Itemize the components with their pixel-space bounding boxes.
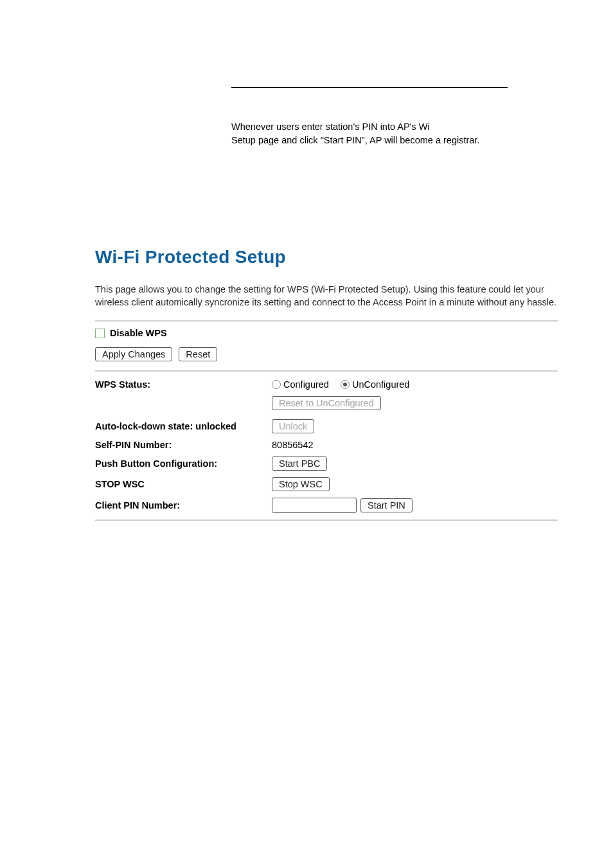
client-pin-label: Client PIN Number: bbox=[95, 500, 272, 511]
upper-divider bbox=[231, 87, 508, 88]
upper-text-line1: Whenever users enter station's PIN into … bbox=[231, 120, 508, 134]
start-pbc-button[interactable]: Start PBC bbox=[272, 457, 327, 471]
unconfigured-radio[interactable] bbox=[341, 380, 350, 389]
stop-wsc-button[interactable]: Stop WSC bbox=[272, 477, 330, 491]
reset-unconfigured-button: Reset to UnConfigured bbox=[272, 396, 381, 410]
configured-radio-label: Configured bbox=[283, 379, 329, 390]
unconfigured-radio-label: UnConfigured bbox=[352, 379, 409, 390]
apply-changes-button[interactable]: Apply Changes bbox=[95, 347, 172, 361]
disable-wps-checkbox[interactable] bbox=[95, 329, 105, 338]
configured-radio[interactable] bbox=[272, 380, 281, 389]
self-pin-value: 80856542 bbox=[272, 440, 314, 450]
unlock-button: Unlock bbox=[272, 419, 314, 433]
auto-lock-label: Auto-lock-down state: unlocked bbox=[95, 421, 272, 431]
wps-status-label: WPS Status: bbox=[95, 379, 272, 390]
upper-text-line2: Setup page and click "Start PIN", AP wil… bbox=[231, 134, 508, 147]
section-divider-3 bbox=[95, 520, 558, 521]
client-pin-input[interactable] bbox=[272, 498, 357, 513]
page-title: Wi-Fi Protected Setup bbox=[95, 247, 558, 267]
reset-button[interactable]: Reset bbox=[179, 347, 217, 361]
disable-wps-label: Disable WPS bbox=[110, 328, 167, 338]
start-pin-button[interactable]: Start PIN bbox=[360, 498, 413, 512]
section-divider-2 bbox=[95, 370, 558, 372]
stop-wsc-label: STOP WSC bbox=[95, 479, 272, 489]
pbc-label: Push Button Configuration: bbox=[95, 458, 272, 469]
self-pin-label: Self-PIN Number: bbox=[95, 440, 272, 450]
page-description: This page allows you to change the setti… bbox=[95, 284, 558, 309]
section-divider-1 bbox=[95, 320, 558, 321]
